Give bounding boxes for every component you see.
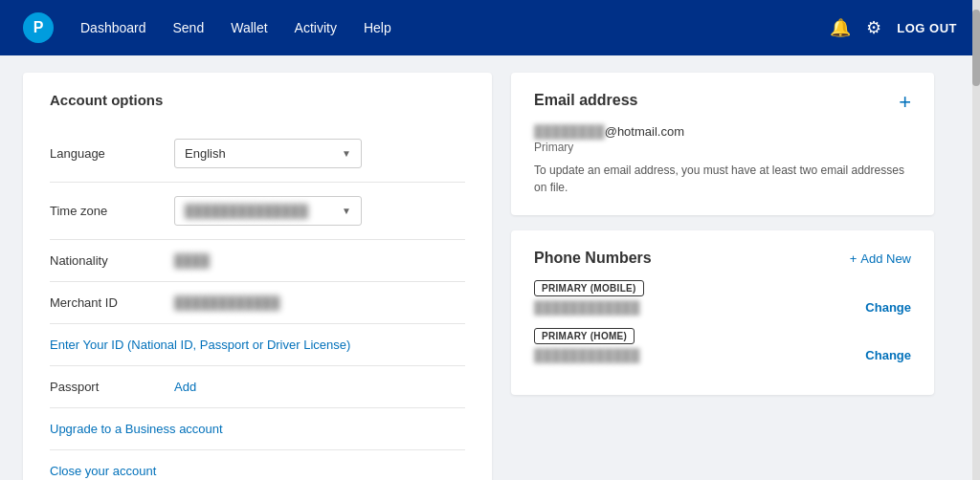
phone-number-home: ████████████ [534,348,640,362]
passport-row: Passport Add [50,366,465,408]
logout-button[interactable]: LOG OUT [897,21,957,35]
id-link-row: Enter Your ID (National ID, Passport or … [50,324,465,366]
nav-links: Dashboard Send Wallet Activity Help [80,16,830,39]
close-account-link[interactable]: Close your account [50,464,156,478]
upgrade-link-row: Upgrade to a Business account [50,408,465,450]
phone-entry-home: PRIMARY (HOME) ████████████ Change [534,328,911,362]
chevron-down-icon: ▼ [342,148,351,159]
scrollbar[interactable] [972,0,980,480]
add-new-phone-button[interactable]: + Add New [850,251,911,266]
gear-icon[interactable]: ⚙ [866,17,881,38]
phone-badge-home: PRIMARY (HOME) [534,328,635,344]
email-card: Email address + ████████@hotmail.com Pri… [511,73,934,215]
enter-id-link[interactable]: Enter Your ID (National ID, Passport or … [50,338,350,352]
nav-dashboard[interactable]: Dashboard [80,16,146,39]
change-mobile-button[interactable]: Change [865,300,911,315]
nav-wallet[interactable]: Wallet [231,16,267,39]
email-prefix: ████████ [534,124,605,139]
right-column: Email address + ████████@hotmail.com Pri… [511,73,934,480]
merchant-id-field-row: Merchant ID ████████████ [50,282,465,324]
phone-number-mobile: ████████████ [534,300,640,315]
email-card-title: Email address [534,92,638,109]
add-email-button[interactable]: + [899,92,911,113]
passport-add-link[interactable]: Add [174,380,196,394]
scrollbar-thumb[interactable] [972,10,980,86]
language-field-row: Language English ▼ [50,125,465,183]
account-options-panel: Account options Language English ▼ Time … [23,73,492,480]
upgrade-business-link[interactable]: Upgrade to a Business account [50,422,223,436]
phone-row-mobile: ████████████ Change [534,300,911,315]
section-title: Account options [50,92,465,108]
phone-card-header: Phone Numbers + Add New [534,250,911,267]
nav-activity[interactable]: Activity [295,16,337,39]
nationality-label: Nationality [50,253,174,268]
timezone-label: Time zone [50,204,174,218]
nationality-value: ████ [174,253,465,268]
merchant-id-value: ████████████ [174,295,465,310]
plus-icon: + [850,251,858,266]
timezone-value: ██████████████ [185,204,342,218]
bell-icon[interactable]: 🔔 [830,17,851,38]
language-label: Language [50,146,174,161]
timezone-field-row: Time zone ██████████████ ▼ [50,183,465,240]
phone-card: Phone Numbers + Add New PRIMARY (MOBILE)… [511,230,934,395]
language-select[interactable]: English ▼ [174,139,362,168]
phone-badge-mobile: PRIMARY (MOBILE) [534,280,644,296]
email-card-header: Email address + [534,92,911,113]
chevron-down-icon: ▼ [342,206,351,216]
nav-right: 🔔 ⚙ LOG OUT [830,17,957,38]
nationality-field-row: Nationality ████ [50,240,465,282]
nav-help[interactable]: Help [364,16,391,39]
paypal-logo: P [23,12,54,43]
timezone-select[interactable]: ██████████████ ▼ [174,196,362,226]
close-account-row: Close your account [50,450,465,480]
main-content: Account options Language English ▼ Time … [0,55,957,480]
phone-card-title: Phone Numbers [534,250,652,267]
passport-label: Passport [50,380,174,394]
navigation: P Dashboard Send Wallet Activity Help 🔔 … [0,0,980,55]
phone-entry-mobile: PRIMARY (MOBILE) ████████████ Change [534,280,911,315]
email-value: ████████@hotmail.com [534,124,911,139]
nav-send[interactable]: Send [173,16,205,39]
phone-row-home: ████████████ Change [534,348,911,362]
email-update-note: To update an email address, you must hav… [534,162,911,196]
change-home-button[interactable]: Change [865,348,911,362]
merchant-id-label: Merchant ID [50,295,174,310]
email-primary-label: Primary [534,141,911,154]
